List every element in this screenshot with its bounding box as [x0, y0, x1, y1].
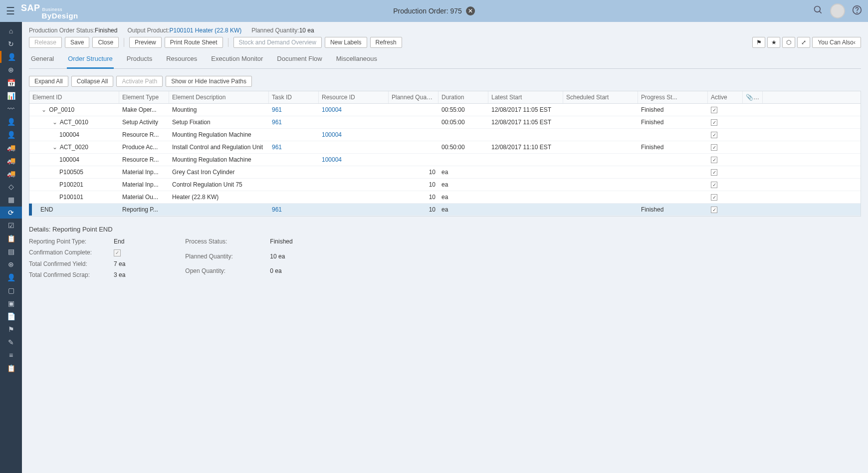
help-icon[interactable]	[852, 5, 862, 17]
you-can-also-button[interactable]: You Can Also‹	[812, 37, 861, 48]
sidebar-money-icon[interactable]: ▦	[0, 194, 22, 206]
col-element-desc[interactable]: Element Description	[169, 91, 269, 103]
table-row[interactable]: P100101Material Ou...Heater (22.8 KW)10e…	[29, 191, 861, 204]
cell-planned-qty: 10	[389, 179, 438, 191]
cell-task-id[interactable]: 961	[269, 204, 319, 216]
save-button[interactable]: Save	[65, 37, 89, 48]
top-right	[813, 3, 862, 18]
chevron-down-icon[interactable]: ⌄	[51, 144, 58, 151]
avatar[interactable]	[830, 3, 845, 18]
refresh-button[interactable]: Refresh	[370, 37, 402, 48]
col-progress[interactable]: Progress St...	[638, 91, 708, 103]
sidebar-person1-icon[interactable]: 👤	[0, 116, 22, 128]
show-hide-button[interactable]: Show or Hide Inactive Paths	[166, 76, 252, 87]
cell-planned-qty	[389, 157, 438, 162]
sidebar-clipboard-icon[interactable]: 📋	[0, 233, 22, 244]
sidebar-paste-icon[interactable]: 📋	[0, 362, 22, 374]
cell-element-type: Material Ou...	[119, 191, 169, 203]
sidebar-edit-icon[interactable]: ✎	[0, 336, 22, 348]
sidebar-user-icon[interactable]: 👤	[0, 51, 22, 63]
sidebar-home-icon[interactable]: ⌂	[0, 25, 22, 37]
collapse-all-button[interactable]: Collapse All	[71, 76, 114, 87]
sidebar-person2-icon[interactable]: 👤	[0, 129, 22, 141]
tag-icon[interactable]: ⬡	[782, 37, 795, 48]
col-latest-start[interactable]: Latest Start	[488, 91, 563, 103]
tab-miscellaneous[interactable]: Miscellaneous	[335, 52, 378, 68]
sidebar-production-icon[interactable]: ⟳	[0, 207, 22, 219]
table-row[interactable]: ENDReporting P...96110eaFinished✓	[29, 204, 861, 216]
sidebar-check-icon[interactable]: ☑	[0, 220, 22, 232]
sidebar-truck2-icon[interactable]: 🚚	[0, 155, 22, 167]
cell-task-id[interactable]: 961	[269, 104, 319, 116]
col-attach[interactable]: 📎 A...	[743, 91, 763, 103]
tab-resources[interactable]: Resources	[165, 52, 198, 68]
table-row[interactable]: P100201Material Inp...Control Regulation…	[29, 179, 861, 191]
sidebar-refresh-icon[interactable]: ↻	[0, 38, 22, 50]
tab-products[interactable]: Products	[126, 52, 153, 68]
table-row[interactable]: ⌄ OP_0010Make Oper...Mounting96110000400…	[29, 104, 861, 116]
expand-all-button[interactable]: Expand All	[29, 76, 68, 87]
table-row[interactable]: ⌄ ACT_0010Setup ActivitySetup Fixation96…	[29, 116, 861, 129]
col-scheduled-start[interactable]: Scheduled Start	[563, 91, 638, 103]
table-row[interactable]: ⌄ ACT_0020Produce Ac...Install Control a…	[29, 141, 861, 154]
sidebar-org-icon[interactable]: ⊛	[0, 64, 22, 76]
sidebar-layers-icon[interactable]: ▤	[0, 245, 22, 257]
col-active[interactable]: Active	[708, 91, 743, 103]
checkbox-icon: ✓	[711, 119, 717, 126]
col-duration[interactable]: Duration	[438, 91, 488, 103]
cell-task-id	[269, 157, 319, 162]
separator	[124, 38, 124, 47]
sidebar-truck3-icon[interactable]: 🚚	[0, 168, 22, 180]
expand-icon[interactable]: ⤢	[797, 37, 810, 48]
cell-task-id[interactable]: 961	[269, 141, 319, 153]
sidebar-user3-icon[interactable]: 👤	[0, 271, 22, 283]
close-button[interactable]: Close	[92, 37, 119, 48]
tab-order-structure[interactable]: Order Structure	[67, 52, 114, 69]
col-task-id[interactable]: Task ID	[269, 91, 319, 103]
search-icon[interactable]	[813, 5, 823, 17]
tabs: General Order Structure Products Resourc…	[29, 52, 861, 69]
table-row[interactable]: P100505Material Inp...Grey Cast Iron Cyl…	[29, 166, 861, 179]
sidebar-truck1-icon[interactable]: 🚚	[0, 142, 22, 154]
cell-resource-id[interactable]: 100004	[319, 104, 389, 116]
sidebar-globe-icon[interactable]: ⊛	[0, 258, 22, 270]
sidebar-window-icon[interactable]: ▣	[0, 297, 22, 309]
table-row[interactable]: 100004Resource R...Mounting Regulation M…	[29, 129, 861, 141]
sidebar-doc-icon[interactable]: 📄	[0, 310, 22, 322]
topbar: ☰ SAP Business ByDesign Production Order…	[0, 0, 868, 22]
cell-element-desc: Mounting Regulation Machine	[169, 154, 269, 166]
col-element-id[interactable]: Element ID	[29, 91, 119, 103]
col-planned-qty[interactable]: Planned Quantity	[389, 91, 438, 103]
sidebar-chart-icon[interactable]: 📊	[0, 90, 22, 102]
col-element-type[interactable]: Element Type	[119, 91, 169, 103]
flag-icon[interactable]: ⚑	[752, 37, 765, 48]
cell-planned-qty: 10	[389, 204, 438, 216]
sidebar-wave-icon[interactable]: 〰	[0, 103, 22, 115]
star-icon[interactable]: ★	[767, 37, 780, 48]
col-resource-id[interactable]: Resource ID	[319, 91, 389, 103]
table-row[interactable]: 100004Resource R...Mounting Regulation M…	[29, 154, 861, 166]
cell-latest-start	[488, 132, 563, 137]
chevron-down-icon[interactable]: ⌄	[40, 106, 47, 113]
cell-task-id[interactable]: 961	[269, 116, 319, 128]
print-route-button[interactable]: Print Route Sheet	[165, 37, 223, 48]
cell-planned-qty: 10	[389, 191, 438, 203]
new-labels-button[interactable]: New Labels	[325, 37, 367, 48]
output-product-link[interactable]: P100101 Heater (22.8 KW)	[169, 27, 241, 34]
cell-resource-id[interactable]: 100004	[319, 154, 389, 166]
tab-general[interactable]: General	[30, 52, 55, 68]
sidebar-case-icon[interactable]: ▢	[0, 284, 22, 296]
sidebar-calendar-icon[interactable]: 📅	[0, 77, 22, 89]
preview-button[interactable]: Preview	[129, 37, 162, 48]
cell-element-type: Material Inp...	[119, 179, 169, 191]
sidebar-list-icon[interactable]: ≡	[0, 349, 22, 361]
cell-resource-id[interactable]: 100004	[319, 129, 389, 141]
close-icon[interactable]: ✕	[466, 6, 475, 15]
sidebar-box-icon[interactable]: ◇	[0, 181, 22, 193]
menu-icon[interactable]: ☰	[6, 5, 15, 17]
cell-element-id: P100101	[29, 191, 119, 203]
tab-execution-monitor[interactable]: Execution Monitor	[210, 52, 264, 68]
chevron-down-icon[interactable]: ⌄	[51, 119, 58, 126]
sidebar-flag-icon[interactable]: ⚑	[0, 323, 22, 335]
tab-document-flow[interactable]: Document Flow	[276, 52, 323, 68]
